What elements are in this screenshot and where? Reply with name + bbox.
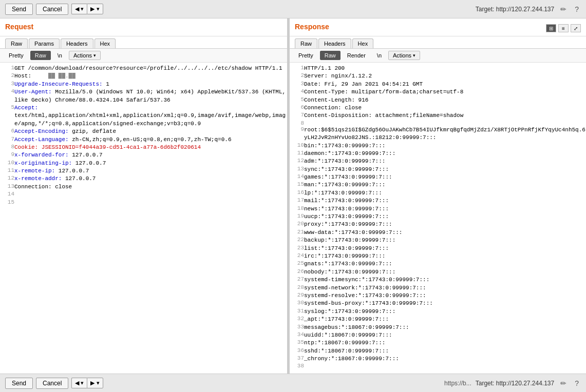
response-actions-btn[interactable]: Actions ▾ (388, 51, 420, 60)
line-content (304, 120, 586, 126)
line-num: 12 (0, 175, 14, 183)
line-content: Content-Disposition: attachment;fileName… (304, 112, 586, 120)
top-toolbar-right: Target: http://120.27.244.137 ✏ ? (476, 4, 581, 14)
line-num: 15 (0, 199, 14, 207)
line-num: 8 (0, 144, 14, 151)
line-content: news:*:17743:0:99999:7::: (304, 205, 586, 213)
table-row: 14 (0, 191, 287, 199)
response-tab-raw[interactable]: Raw (295, 38, 317, 48)
table-row: 3 Upgrade-Insecure-Requests: 1 (0, 81, 287, 88)
line-content: Server: nginx/1.12.2 (304, 72, 586, 80)
request-newline-btn[interactable]: \n (53, 51, 67, 60)
edit-icon-bottom[interactable]: ✏ (558, 378, 569, 388)
table-row: 32_apt:*:17743:0:99999:7::: (290, 316, 586, 323)
response-tab-headers[interactable]: Headers (318, 38, 351, 48)
line-content: User-Agent: Mozilla/5.0 (Windows NT 10.0… (14, 88, 287, 104)
request-raw-btn[interactable]: Raw (30, 51, 51, 60)
table-row: 30systemd-bus-proxy:*:17743:0:99999:7::: (290, 300, 586, 307)
table-row: 4 User-Agent: Mozilla/5.0 (Windows NT 10… (0, 88, 287, 104)
cancel-button-bottom[interactable]: Cancel (36, 378, 68, 389)
response-header: Response ⊞ ≡ ⤢ (290, 18, 586, 36)
line-num: 6 (0, 128, 14, 135)
bottom-toolbar: Send Cancel ◀ ▾ ▶ ▾ https://b... Target:… (0, 374, 586, 392)
line-content: _chrony:*:18067:0:99999:7::: (304, 355, 586, 363)
table-row: 21www-data:*:17743:0:99999:7::: (290, 229, 586, 237)
response-pretty-btn[interactable]: Pretty (294, 51, 318, 60)
line-content: GET /common/download/resource?resource=/… (14, 65, 287, 72)
table-row: 1HTTP/1.1 200 (290, 65, 586, 72)
table-row: 11 x-remote-ip: 127.0.0.7 (0, 167, 287, 175)
table-row: 22backup:*:17743:0:99999:7::: (290, 237, 586, 244)
send-button-top[interactable]: Send (5, 4, 33, 15)
table-row: 13 Connection: close (0, 183, 287, 191)
line-num: 11 (0, 167, 14, 175)
edit-icon-top[interactable]: ✏ (558, 4, 569, 14)
help-icon-top[interactable]: ? (573, 4, 581, 14)
target-label-bottom: Target: http://120.27.244.137 (476, 380, 554, 387)
table-row: 5 Accept: text/html,application/xhtml+xm… (0, 104, 287, 128)
request-actions-btn[interactable]: Actions ▾ (69, 51, 101, 60)
nav-prev-top[interactable]: ◀ ▾ (71, 4, 87, 14)
request-title: Request (5, 23, 282, 31)
table-row: 23list:*:17743:0:99999:7::: (290, 245, 586, 252)
request-tab-raw[interactable]: Raw (5, 38, 28, 48)
line-num: 21 (290, 229, 304, 237)
response-code-area[interactable]: 1HTTP/1.1 2002Server: nginx/1.12.23Date:… (290, 63, 586, 374)
line-num: 10 (290, 142, 304, 150)
line-num: 2 (290, 72, 304, 80)
line-num: 12 (290, 158, 304, 165)
line-content: root:$6$51qs21GI$GZdg56OuJAKwhCb7B54IUJf… (304, 126, 586, 142)
line-content: nobody:*:17743:0:99999:7::: (304, 268, 586, 276)
table-row: 6 Accept-Encoding: gzip, deflate (0, 128, 287, 135)
line-num: 9 (0, 151, 14, 159)
table-row: 9root:$6$51qs21GI$GZdg56OuJAKwhCb7B54IUJ… (290, 126, 586, 142)
table-row: 6Connection: close (290, 104, 586, 112)
request-tab-headers[interactable]: Headers (61, 38, 93, 48)
request-pretty-btn[interactable]: Pretty (4, 51, 28, 60)
cancel-button-top[interactable]: Cancel (36, 4, 68, 15)
table-row: 38 (290, 363, 586, 369)
line-content: systemd-timesync:*:17743:0:99999:7::: (304, 276, 586, 284)
request-actions-label: Actions (73, 52, 92, 58)
line-num: 6 (290, 104, 304, 112)
table-row: 1 GET /common/download/resource?resource… (0, 65, 287, 72)
line-content: Cookie: JSESSIONID=f4044a39-cd51-4ca1-a7… (14, 144, 287, 151)
request-tab-hex[interactable]: Hex (94, 38, 116, 48)
line-content: adm:*:17743:0:99999:7::: (304, 158, 586, 165)
line-num: 33 (290, 324, 304, 331)
line-content: x-remote-addr: 127.0.0.7 (14, 175, 287, 183)
line-content: www-data:*:17743:0:99999:7::: (304, 229, 586, 237)
request-tab-bar: Raw Params Headers Hex (0, 36, 287, 49)
line-content (14, 199, 287, 207)
line-num: 27 (290, 276, 304, 284)
table-row: 10 x-originating-ip: 127.0.0.7 (0, 160, 287, 167)
response-newline-btn[interactable]: \n (372, 51, 386, 60)
response-render-btn[interactable]: Render (343, 51, 370, 60)
line-num: 4 (290, 88, 304, 96)
send-button-bottom[interactable]: Send (5, 378, 33, 389)
line-num: 20 (290, 221, 304, 228)
line-content: sync:*:17743:0:99999:7::: (304, 166, 586, 173)
response-raw-btn[interactable]: Raw (320, 51, 341, 60)
response-icon-expand[interactable]: ⤢ (571, 24, 581, 32)
request-code-area[interactable]: 1 GET /common/download/resource?resource… (0, 63, 287, 374)
line-content: Connection: close (304, 104, 586, 112)
response-icon-grid[interactable]: ⊞ (546, 24, 556, 32)
nav-next-bottom[interactable]: ▶ ▾ (87, 378, 103, 388)
nav-next-top[interactable]: ▶ ▾ (87, 4, 103, 14)
help-icon-bottom[interactable]: ? (573, 378, 581, 388)
line-num: 1 (290, 65, 304, 72)
nav-prev-bottom[interactable]: ◀ ▾ (71, 378, 87, 388)
request-tab-params[interactable]: Params (29, 38, 60, 48)
line-num: 4 (0, 88, 14, 104)
request-code-table: 1 GET /common/download/resource?resource… (0, 65, 287, 207)
line-num: 23 (290, 245, 304, 252)
line-content: mail:*:17743:0:99999:7::: (304, 197, 586, 205)
response-icon-lines[interactable]: ≡ (558, 24, 569, 32)
table-row: 8 (290, 120, 586, 126)
table-row: 17mail:*:17743:0:99999:7::: (290, 197, 586, 205)
response-tab-hex[interactable]: Hex (352, 38, 374, 48)
line-content: uuidd:*:18067:0:99999:7::: (304, 331, 586, 339)
line-content: list:*:17743:0:99999:7::: (304, 245, 586, 252)
line-num: 16 (290, 189, 304, 197)
